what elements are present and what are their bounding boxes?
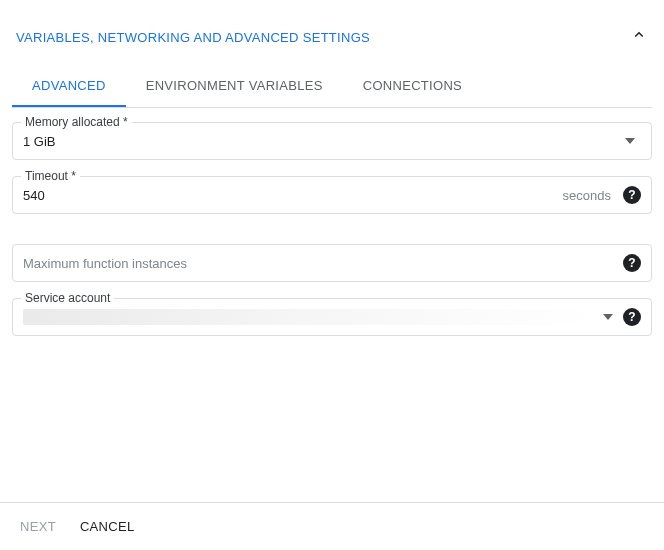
advanced-section-toggle[interactable]: VARIABLES, NETWORKING AND ADVANCED SETTI…: [12, 16, 652, 58]
service-account-label: Service account: [21, 291, 114, 305]
timeout-value: 540: [23, 188, 563, 203]
tab-connections[interactable]: CONNECTIONS: [343, 66, 482, 107]
tabs: ADVANCED ENVIRONMENT VARIABLES CONNECTIO…: [12, 66, 652, 108]
chevron-down-icon: [625, 138, 635, 144]
timeout-unit: seconds: [563, 188, 611, 203]
help-icon[interactable]: ?: [623, 186, 641, 204]
service-account-value: [23, 309, 597, 325]
max-instances-placeholder: Maximum function instances: [23, 256, 619, 271]
tab-advanced[interactable]: ADVANCED: [12, 66, 126, 107]
help-icon[interactable]: ?: [623, 254, 641, 272]
service-account-select[interactable]: Service account ?: [12, 298, 652, 336]
memory-allocated-label: Memory allocated: [21, 115, 132, 129]
help-icon[interactable]: ?: [623, 308, 641, 326]
next-button[interactable]: NEXT: [20, 519, 56, 534]
timeout-field[interactable]: Timeout 540 seconds ?: [12, 176, 652, 214]
tab-environment-variables[interactable]: ENVIRONMENT VARIABLES: [126, 66, 343, 107]
chevron-down-icon: [603, 314, 613, 320]
memory-allocated-select[interactable]: Memory allocated 1 GiB: [12, 122, 652, 160]
cancel-button[interactable]: CANCEL: [80, 519, 135, 534]
section-title: VARIABLES, NETWORKING AND ADVANCED SETTI…: [16, 30, 370, 45]
chevron-up-icon: [630, 26, 648, 48]
footer: NEXT CANCEL: [0, 502, 664, 550]
max-instances-field[interactable]: Maximum function instances ?: [12, 244, 652, 282]
memory-allocated-value: 1 GiB: [23, 134, 619, 149]
timeout-label: Timeout: [21, 169, 80, 183]
